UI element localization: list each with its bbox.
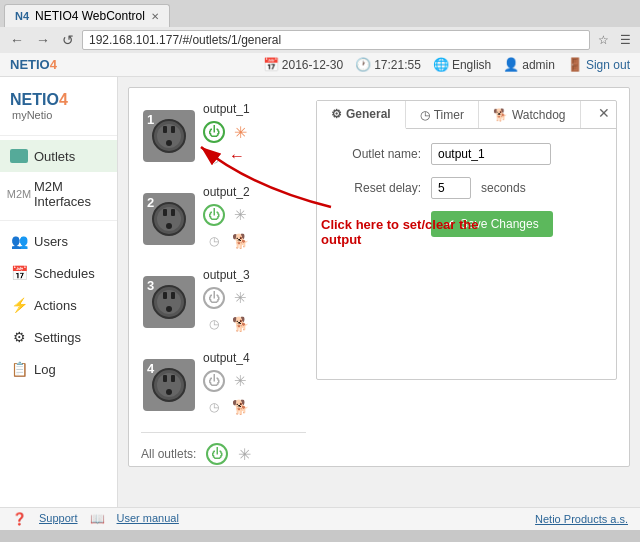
annotation-container: Click here to set/clear the output: [331, 247, 602, 307]
language-value: English: [452, 58, 491, 72]
user-value: admin: [522, 58, 555, 72]
outlet-4-row2: ◷ 🐕: [203, 396, 251, 418]
svg-rect-14: [171, 292, 175, 299]
outlet-row-4[interactable]: 4 output_4 ⏻ ✳: [141, 349, 306, 420]
nav-back-button[interactable]: ←: [6, 30, 28, 50]
tab-close-icon[interactable]: ✕: [151, 11, 159, 22]
brand-link[interactable]: Netio Products a.s.: [535, 513, 628, 525]
calendar-icon: 📅: [263, 57, 279, 72]
nav-forward-button[interactable]: →: [32, 30, 54, 50]
outlet-3-num: 3: [147, 278, 154, 293]
svg-rect-18: [163, 375, 167, 382]
outlet-4-schedule-icon[interactable]: ✳: [229, 370, 251, 392]
sidebar-item-outlets[interactable]: Outlets: [0, 140, 117, 172]
signout-label: Sign out: [586, 58, 630, 72]
svg-rect-0: [10, 149, 28, 163]
outlet-2-timer-icon[interactable]: ◷: [203, 230, 225, 252]
outlets-icon: [10, 147, 28, 165]
signout-button[interactable]: 🚪 Sign out: [567, 57, 630, 72]
tab-general[interactable]: ⚙ General: [317, 101, 406, 129]
outlet-3-name: output_3: [203, 268, 251, 282]
time-display: 🕐 17:21:55: [355, 57, 421, 72]
browser-tab[interactable]: N4 NETIO4 WebControl ✕: [4, 4, 170, 27]
outlet-row-3[interactable]: 3 output_3 ⏻ ✳: [141, 266, 306, 337]
iec-connector-3: [148, 281, 190, 323]
outlet-3-dog-icon[interactable]: 🐕: [229, 313, 251, 335]
nav-icons: ☆ ☰: [594, 31, 634, 49]
log-icon: 📋: [10, 360, 28, 378]
detail-close-button[interactable]: ✕: [598, 105, 610, 121]
menu-icon[interactable]: ☰: [616, 31, 634, 49]
sidebar-item-schedules-label: Schedules: [34, 266, 95, 281]
svg-rect-19: [171, 375, 175, 382]
outlet-3-btns: ⏻ ✳: [203, 287, 251, 309]
outlet-name-row: Outlet name:: [331, 143, 602, 165]
sidebar-item-schedules[interactable]: 📅 Schedules: [0, 257, 117, 289]
outlet-4-controls: output_4 ⏻ ✳ ◷ 🐕: [203, 351, 251, 418]
tab-timer[interactable]: ◷ Timer: [406, 101, 479, 128]
tab-favicon: N4: [15, 10, 29, 22]
footer-links: ❓ Support 📖 User manual: [12, 512, 179, 526]
bookmark-icon[interactable]: ☆: [594, 31, 612, 49]
outlet-4-timer-icon[interactable]: ◷: [203, 396, 225, 418]
sidebar-item-m2m[interactable]: M2M M2M Interfaces: [0, 172, 117, 216]
svg-rect-13: [163, 292, 167, 299]
outlet-3-power-button[interactable]: ⏻: [203, 287, 225, 309]
address-bar[interactable]: [82, 30, 590, 50]
reset-delay-row: Reset delay: seconds: [331, 177, 602, 199]
iec-connector-4: [148, 364, 190, 406]
outlet-1-num: 1: [147, 112, 154, 127]
user-manual-icon: 📖: [90, 512, 105, 526]
outlet-3-schedule-icon[interactable]: ✳: [229, 287, 251, 309]
user-display: 👤 admin: [503, 57, 555, 72]
sidebar-brand: NETIO4 myNetio: [0, 85, 117, 131]
outlet-4-icon: 4: [143, 359, 195, 411]
outlet-name-input[interactable]: [431, 143, 551, 165]
sidebar-item-actions-label: Actions: [34, 298, 77, 313]
tab-watchdog[interactable]: 🐕 Watchdog: [479, 101, 581, 128]
sidebar-item-users[interactable]: 👥 Users: [0, 225, 117, 257]
support-icon: ❓: [12, 512, 27, 526]
sidebar-divider-2: [0, 220, 117, 221]
svg-rect-8: [163, 209, 167, 216]
svg-point-15: [166, 306, 172, 312]
svg-point-10: [166, 223, 172, 229]
sidebar-item-users-label: Users: [34, 234, 68, 249]
outlet-3-timer-icon[interactable]: ◷: [203, 313, 225, 335]
outlet-4-name: output_4: [203, 351, 251, 365]
date-value: 2016-12-30: [282, 58, 343, 72]
outlet-4-dog-icon[interactable]: 🐕: [229, 396, 251, 418]
outlet-4-power-button[interactable]: ⏻: [203, 370, 225, 392]
tab-general-content: Outlet name: Reset delay: seconds ✔ Save…: [317, 129, 616, 321]
browser-chrome: N4 NETIO4 WebControl ✕ ← → ↺ ☆ ☰: [0, 0, 640, 53]
outlet-3-icon: 3: [143, 276, 195, 328]
outlet-2-dog-icon[interactable]: 🐕: [229, 230, 251, 252]
svg-point-20: [166, 389, 172, 395]
all-outlets-power-button[interactable]: ⏻: [206, 443, 228, 465]
all-outlets-label: All outlets:: [141, 447, 196, 461]
tab-bar: N4 NETIO4 WebControl ✕: [0, 0, 640, 27]
gear-icon: ⚙: [331, 107, 342, 121]
user-manual-link[interactable]: User manual: [117, 512, 179, 526]
outlet-4-num: 4: [147, 361, 154, 376]
reset-delay-input[interactable]: [431, 177, 471, 199]
signout-icon: 🚪: [567, 57, 583, 72]
sidebar-item-actions[interactable]: ⚡ Actions: [0, 289, 117, 321]
language-display[interactable]: 🌐 English: [433, 57, 491, 72]
sidebar-item-settings[interactable]: ⚙ Settings: [0, 321, 117, 353]
watchdog-icon: 🐕: [493, 108, 508, 122]
nav-bar: ← → ↺ ☆ ☰: [0, 27, 640, 53]
detail-panel: ✕ ⚙ General ◷ Timer 🐕 Watchdog: [316, 100, 617, 380]
all-outlets-schedule-icon[interactable]: ✳: [238, 445, 251, 464]
sidebar-item-log[interactable]: 📋 Log: [0, 353, 117, 385]
tab-timer-label: Timer: [434, 108, 464, 122]
actions-icon: ⚡: [10, 296, 28, 314]
content-area: 1 output_1 ⏻: [118, 77, 640, 507]
support-link[interactable]: Support: [39, 512, 78, 526]
all-outlets-row: All outlets: ⏻ ✳: [141, 432, 306, 465]
annotation-text: Click here to set/clear the output: [321, 217, 521, 247]
date-display: 📅 2016-12-30: [263, 57, 343, 72]
detail-tab-bar: ⚙ General ◷ Timer 🐕 Watchdog: [317, 101, 616, 129]
nav-refresh-button[interactable]: ↺: [58, 30, 78, 50]
outlet-1-name: output_1: [203, 102, 251, 116]
